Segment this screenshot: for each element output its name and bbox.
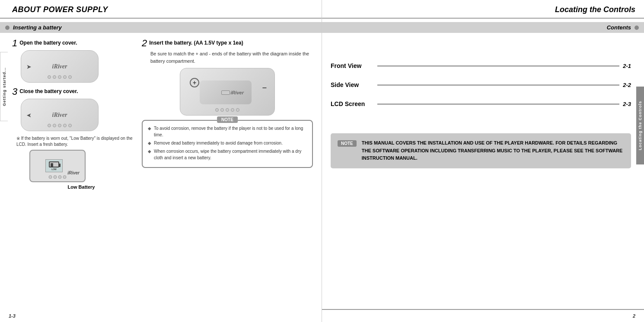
toc-page-lcd: 2-3 [623, 101, 631, 107]
note-item-3: ◆ When corrosion occurs, wipe the batter… [148, 148, 307, 161]
step-1-number: 1 [12, 39, 17, 48]
toc-label-side: Side View [331, 81, 374, 88]
locating-controls-tab: Locating the Controls [636, 87, 644, 164]
page-number-left: 1-3 [9, 313, 16, 319]
note-box: NOTE ◆ To avoid corrosion, remove the ba… [142, 120, 313, 168]
device-logo-3: iRiver [67, 168, 80, 176]
note-tag: NOTE [217, 116, 238, 123]
right-section-header: Contents [322, 22, 644, 33]
toc-page-side: 2-2 [623, 82, 631, 88]
step-2: 2 Insert the battery. (AA 1.5V type x 1e… [142, 39, 313, 116]
arrow-icon-2: ➤ [26, 112, 32, 119]
bullet-3: ◆ [148, 148, 151, 161]
page-number-right: 2 [633, 313, 635, 319]
step-1-header: 1 Open the battery cover. [12, 39, 133, 48]
battery-logo: iRiver [230, 90, 244, 95]
plus-terminal: + [190, 78, 199, 87]
section-header: Inserting a battery [0, 22, 322, 33]
arrow-icon: ➤ [26, 63, 32, 70]
toc-label-lcd: LCD Screen [331, 100, 374, 107]
battery-device-dots [215, 108, 239, 112]
toc-item-front-view: Front View 2-1 [331, 62, 631, 69]
toc-line-1 [377, 66, 619, 66]
low-battery-note: ※ If the battery is worn out, "Low Batte… [16, 135, 133, 148]
right-column: 2 Insert the battery. (AA 1.5V type x 1e… [142, 39, 313, 190]
battery-insert-image: + iRiver − [180, 68, 275, 116]
section-title: Inserting a battery [13, 24, 62, 31]
step-3-header: 3 Close the battery cover. [12, 87, 133, 97]
toc-line-3 [377, 104, 619, 104]
step-2-text: Insert the battery. (AA 1.5V type x 1ea) [149, 39, 243, 46]
note-text-2: Remove dead battery immediately to avoid… [154, 140, 283, 146]
note-item-1: ◆ To avoid corrosion, remove the battery… [148, 125, 307, 138]
right-section-dot [634, 26, 639, 30]
right-content: Front View 2-1 Side View 2-2 LCD Screen … [322, 36, 644, 177]
left-page: Getting started... ABOUT POWER SUPPLY In… [0, 0, 322, 322]
note-text-right: THIS MANUAL COVERS THE INSTALLATION AND … [362, 139, 624, 162]
step-3-text: Close the battery cover. [19, 87, 78, 95]
step-1: 1 Open the battery cover. ➤ iRiver [12, 39, 133, 83]
section-dot [5, 26, 10, 30]
step-3-number: 3 [12, 87, 17, 97]
battery-body: iRiver [200, 80, 252, 104]
toc-item-lcd-screen: LCD Screen 2-3 [331, 100, 631, 107]
low-battery-container: LOW iRiver Low Battery [21, 150, 133, 190]
step-2-header: 2 Insert the battery. (AA 1.5V type x 1e… [142, 39, 313, 48]
left-page-title: ABOUT POWER SUPPLY [12, 5, 313, 14]
low-battery-text: Low Battery [29, 184, 133, 190]
step-1-text: Open the battery cover. [19, 39, 77, 47]
battery-center [221, 90, 230, 95]
toc-item-side-view: Side View 2-2 [331, 81, 631, 88]
toc-page-front: 2-1 [623, 63, 631, 69]
getting-started-tab: Getting started... [0, 52, 8, 121]
low-battery-device-image: LOW iRiver [29, 150, 86, 182]
bullet-2: ◆ [148, 140, 151, 146]
device-dots-2 [48, 124, 72, 127]
bottom-border [322, 309, 644, 310]
device-logo-2: iRiver [52, 112, 67, 119]
right-page-title: Locating the Controls [331, 5, 635, 14]
device-image-2: ➤ iRiver [21, 99, 99, 131]
step-2-number: 2 [142, 39, 147, 48]
right-section-title: Contents [607, 24, 631, 31]
note-item-2: ◆ Remove dead battery immediately to avo… [148, 140, 307, 146]
device-dots-3 [49, 175, 67, 179]
device-image-1: ➤ iRiver [21, 50, 99, 83]
bullet-1: ◆ [148, 125, 151, 138]
content-area: 1 Open the battery cover. ➤ iRiver [0, 36, 322, 192]
note-box-right: NOTE THIS MANUAL COVERS THE INSTALLATION… [331, 133, 631, 168]
note-text-1: To avoid corrosion, remove the battery i… [154, 125, 307, 138]
minus-terminal: − [262, 84, 267, 93]
left-page-header: ABOUT POWER SUPPLY [0, 0, 322, 19]
right-page-header: Locating the Controls [322, 0, 644, 19]
note-tag-right: NOTE [338, 140, 357, 147]
step-2-description: Be sure to match the + and - ends of the… [150, 50, 313, 64]
device-logo-1: iRiver [52, 63, 67, 70]
device-dots-1 [48, 75, 72, 79]
note-text-3: When corrosion occurs, wipe the battery … [154, 148, 307, 161]
lcd-screen: LOW [45, 159, 63, 172]
left-column: 1 Open the battery cover. ➤ iRiver [12, 39, 133, 190]
right-page: Locating the Controls Contents Front Vie… [322, 0, 644, 322]
toc-label-front: Front View [331, 62, 374, 69]
toc-line-2 [377, 85, 619, 85]
step-3: 3 Close the battery cover. ➤ iRiver [12, 87, 133, 131]
